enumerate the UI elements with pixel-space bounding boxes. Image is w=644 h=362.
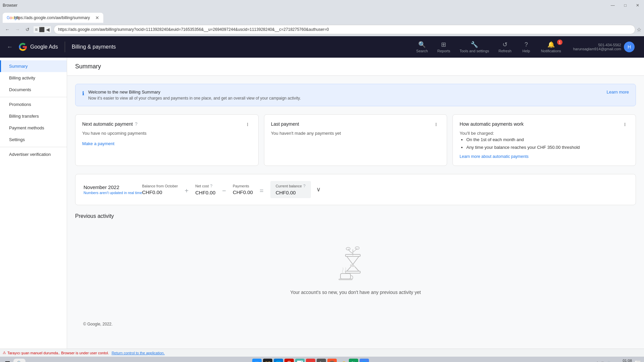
search-action-button[interactable]: 🔍 Search	[412, 39, 432, 55]
reports-action-button[interactable]: ⊞ Reports	[433, 39, 454, 55]
last-payment-title: Last payment	[271, 121, 299, 127]
previous-activity-section: Previous activity	[75, 213, 636, 308]
close-button[interactable]: ✕	[634, 2, 641, 8]
plus-operator: +	[185, 187, 189, 195]
help-label: Help	[523, 49, 530, 53]
banner-description: Now it's easier to view all of your char…	[88, 96, 603, 101]
svg-rect-5	[340, 274, 351, 279]
maximize-button[interactable]: □	[622, 2, 629, 8]
current-balance-help-icon[interactable]: ?	[303, 184, 306, 188]
sidebar-item-payment-methods[interactable]: Payment methods	[0, 122, 67, 134]
empty-illustration	[335, 246, 376, 283]
tools-action-button[interactable]: 🔧 Tools and settings	[455, 39, 493, 55]
taskbar-app-6[interactable]: 🗂	[317, 359, 326, 362]
next-payment-menu-icon[interactable]: ···	[245, 122, 252, 126]
notifications-label: Notifications	[541, 49, 561, 53]
bookmark-icon[interactable]: ☆	[637, 26, 641, 33]
taskbar-app-active[interactable]: 🌐	[360, 359, 369, 362]
taskbar-app-2[interactable]: 📁	[263, 359, 272, 362]
how-payments-bullets: On the 1st of each month and Any time yo…	[460, 136, 629, 152]
sidebar-item-summary[interactable]: Summary	[0, 60, 67, 72]
sidebar-item-advertiser-verification[interactable]: Advertiser verification	[0, 148, 67, 160]
sidebar-item-billing-activity[interactable]: Billing activity	[0, 72, 67, 84]
payments-label: Payments	[233, 184, 253, 188]
minimize-button[interactable]: —	[609, 2, 617, 8]
footer-text: © Google, 2022.	[83, 322, 113, 326]
balance-from-value: CHF0.00	[142, 189, 178, 195]
info-icon: ℹ	[82, 90, 84, 97]
back-button[interactable]: ←	[3, 25, 12, 34]
sidebar-item-documents[interactable]: Documents	[0, 84, 67, 96]
taskbar-center: ⊞ 📁 🌐 O 📊 ▶ 🗂 🦁 Sh 🌐	[252, 359, 369, 362]
start-button[interactable]: ⊞	[3, 359, 12, 362]
last-payment-body: You haven't made any payments yet	[271, 131, 440, 136]
period-subtitle[interactable]: Numbers aren't updated in real time	[84, 191, 142, 195]
how-payments-work-card: How automatic payments work ··· You'll b…	[452, 114, 636, 166]
how-payments-card-header: How automatic payments work ···	[460, 121, 629, 127]
browser-menu-icon3: ◀	[46, 27, 50, 32]
taskbar-app-opera[interactable]: O	[284, 359, 294, 362]
taskbar: ⊞ 🔍 ⊞ 📁 🌐 O 📊 ▶ 🗂 🦁 Sh 🌐 ⌃ 🖥 🔊 01:08	[0, 357, 644, 362]
bullet-1: On the 1st of each month and	[466, 136, 629, 143]
show-desktop-button[interactable]: ⬜	[635, 360, 641, 362]
bullet-2: Any time your balance reaches your CHF 3…	[466, 143, 629, 151]
taskbar-app-5[interactable]: ▶	[306, 359, 315, 362]
sidebar-item-settings[interactable]: Settings	[0, 134, 67, 145]
current-balance-value: CHF0.00	[276, 190, 306, 195]
net-cost-label: Net cost ?	[195, 184, 215, 188]
net-cost-help-icon[interactable]: ?	[210, 184, 213, 188]
balance-from-item: Balance from October CHF0.00	[142, 184, 178, 195]
svg-rect-6	[339, 279, 352, 280]
user-phone: 501-434-5562	[573, 43, 621, 47]
make-payment-link[interactable]: Make a payment	[82, 141, 252, 146]
main-layout: Summary Billing activity Documents Promo…	[0, 58, 644, 349]
taskbar-app-brave[interactable]: 🦁	[327, 359, 337, 362]
status-bar: ⚠ Tarayıcı şuan manuel durumda.. Browser…	[0, 349, 644, 357]
taskbar-app-4[interactable]: 📊	[295, 359, 305, 362]
balance-expand-icon[interactable]: ∨	[316, 186, 321, 193]
back-nav-button[interactable]: ←	[5, 42, 14, 52]
return-control-link[interactable]: Return control to the application.	[112, 351, 165, 355]
empty-state: Your account's so new, you don't have an…	[75, 226, 636, 308]
period-title: November 2022	[84, 184, 142, 190]
last-payment-menu-icon[interactable]: ···	[433, 122, 440, 126]
forward-button[interactable]: →	[13, 25, 22, 34]
taskbar-app-chrome[interactable]	[338, 359, 347, 362]
tab-close-button[interactable]: ✕	[95, 15, 99, 20]
google-ads-logo: Google Ads	[18, 42, 58, 52]
payments-item: Payments CHF0.00	[233, 184, 253, 195]
taskbar-left: ⊞ 🔍	[3, 359, 25, 362]
taskbar-search-button[interactable]: 🔍	[13, 359, 25, 362]
browser-menu-icon: ≡	[35, 27, 38, 32]
tab-title: https://ads.google.com/aw/billing/summar…	[14, 15, 90, 20]
taskbar-app-edge[interactable]: 🌐	[274, 359, 283, 362]
tools-icon: 🔧	[471, 41, 478, 48]
reload-button[interactable]: ↺	[23, 25, 32, 34]
taskbar-app-1[interactable]: ⊞	[252, 359, 262, 362]
browser-menu-icon2: ⬛	[39, 27, 45, 32]
content-area: Summary ℹ Welcome to the new Billing Sum…	[67, 58, 644, 349]
taskbar-app-sheets[interactable]: Sh	[349, 359, 358, 362]
active-tab[interactable]: Google https://ads.google.com/aw/billing…	[3, 13, 103, 23]
user-avatar[interactable]: H	[624, 42, 635, 52]
taskbar-clock[interactable]: 01:08 25.11.2022	[613, 358, 632, 362]
minus-operator: −	[222, 187, 226, 195]
banner-title: Welcome to the new Billing Summary	[88, 89, 603, 95]
help-action-button[interactable]: ? Help	[517, 39, 536, 55]
refresh-action-button[interactable]: ↺ Refresh	[494, 39, 516, 55]
info-banner: ℹ Welcome to the new Billing Summary Now…	[75, 84, 636, 106]
notifications-action-button[interactable]: 🔔 1 Notifications	[537, 39, 565, 55]
url-input[interactable]	[54, 25, 635, 34]
next-payment-card: Next automatic payment ? ··· You have no…	[75, 114, 259, 166]
how-payments-menu-icon[interactable]: ···	[622, 122, 629, 126]
auto-payments-link[interactable]: Learn more about automatic payments	[460, 154, 629, 159]
next-payment-help-icon[interactable]: ?	[135, 121, 138, 127]
refresh-icon: ↺	[502, 41, 507, 48]
window-controls: — □ ✕	[609, 2, 641, 8]
net-cost-item: Net cost ? CHF0.00	[195, 184, 215, 195]
next-payment-title: Next automatic payment ?	[82, 121, 138, 127]
banner-learn-more-link[interactable]: Learn more	[607, 89, 629, 95]
sidebar-item-promotions[interactable]: Promotions	[0, 99, 67, 110]
sidebar-item-billing-transfers[interactable]: Billing transfers	[0, 110, 67, 122]
notifications-icon: 🔔	[547, 41, 555, 48]
